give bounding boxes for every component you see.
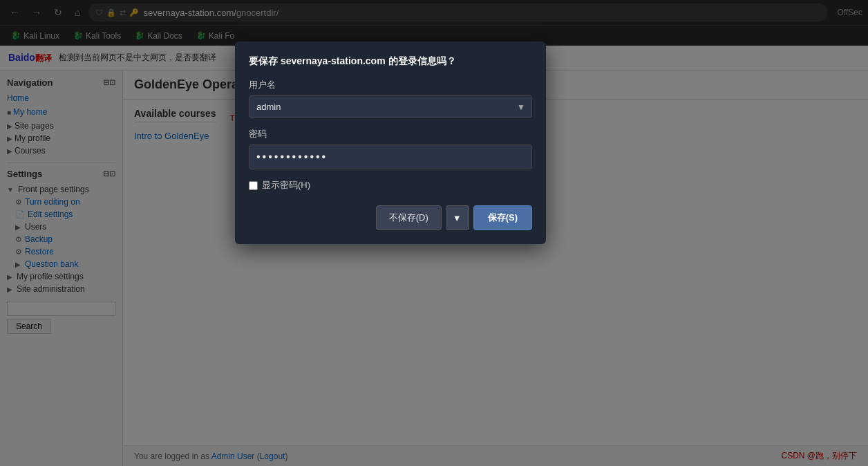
save-credentials-dialog: 要保存 severnaya-station.com 的登录信息吗？ 用户名 ad… [235,41,546,244]
show-password-row: 显示密码(H) [249,179,532,192]
show-password-label[interactable]: 显示密码(H) [262,179,310,192]
no-save-dropdown-button[interactable]: ▼ [446,205,469,230]
modal-overlay: 要保存 severnaya-station.com 的登录信息吗？ 用户名 ad… [0,0,868,466]
save-button[interactable]: 保存(S) [473,205,532,230]
password-input[interactable] [249,145,532,169]
no-save-button[interactable]: 不保存(D) [376,205,442,230]
username-label: 用户名 [249,79,532,91]
show-password-checkbox[interactable] [249,181,258,190]
username-select[interactable]: admin [249,95,532,118]
modal-buttons: 不保存(D) ▼ 保存(S) [249,205,532,230]
username-select-container: admin ▼ [249,95,532,118]
modal-title: 要保存 severnaya-station.com 的登录信息吗？ [249,55,532,68]
password-label: 密码 [249,128,532,140]
